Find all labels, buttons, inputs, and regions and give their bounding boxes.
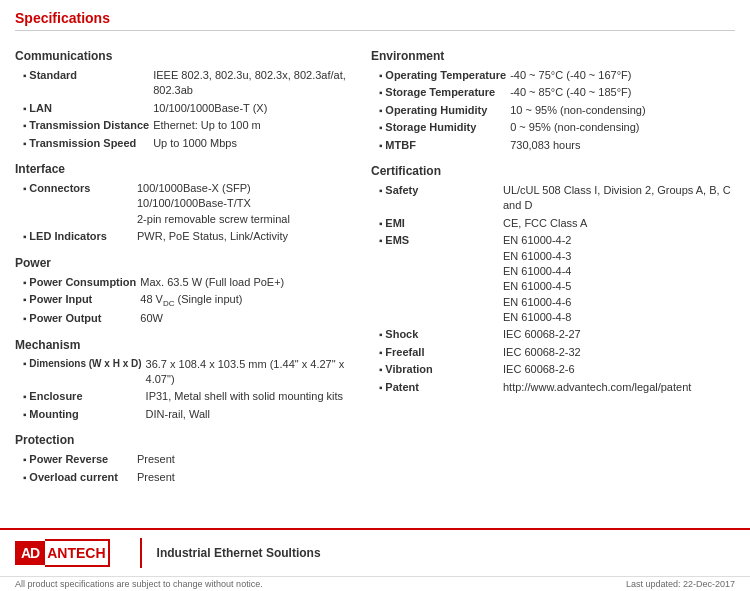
label-power-consumption: Power Consumption — [15, 274, 138, 291]
label-freefall: Freefall — [371, 344, 501, 361]
communications-table: Standard IEEE 802.3, 802.3u, 802.3x, 802… — [15, 67, 351, 152]
table-row: EMI CE, FCC Class A — [371, 215, 735, 232]
footer-updated: Last updated: 22-Dec-2017 — [626, 579, 735, 589]
footer-disclaimer: All product specifications are subject t… — [15, 579, 263, 589]
value-power-reverse: Present — [135, 451, 351, 468]
label-ems: EMS — [371, 232, 501, 326]
footer: ADANTECH Industrial Ethernet Soultions A… — [0, 528, 750, 591]
value-overload: Present — [135, 469, 351, 486]
label-shock: Shock — [371, 326, 501, 343]
value-connectors: 100/1000Base-X (SFP) 10/100/1000Base-T/T… — [135, 180, 351, 228]
table-row: Overload current Present — [15, 469, 351, 486]
left-column: Communications Standard IEEE 802.3, 802.… — [15, 39, 351, 486]
section-power: Power — [15, 256, 351, 270]
label-mtbf: MTBF — [371, 137, 508, 154]
label-power-output: Power Output — [15, 310, 138, 327]
value-standard: IEEE 802.3, 802.3u, 802.3x, 802.3af/at, … — [151, 67, 351, 100]
table-row: Enclosure IP31, Metal shell with solid m… — [15, 388, 351, 405]
value-led: PWR, PoE Status, Link/Activity — [135, 228, 351, 245]
table-row: Dimensions (W x H x D) 36.7 x 108.4 x 10… — [15, 356, 351, 389]
footer-upper: ADANTECH Industrial Ethernet Soultions — [0, 528, 750, 576]
value-op-humidity: 10 ~ 95% (non-condensing) — [508, 102, 735, 119]
table-row: Freefall IEC 60068-2-32 — [371, 344, 735, 361]
section-interface: Interface — [15, 162, 351, 176]
table-row: Shock IEC 60068-2-27 — [371, 326, 735, 343]
table-row: LED Indicators PWR, PoE Status, Link/Act… — [15, 228, 351, 245]
table-row: Power Reverse Present — [15, 451, 351, 468]
table-row: Operating Temperature -40 ~ 75°C (-40 ~ … — [371, 67, 735, 84]
table-row: LAN 10/100/1000Base-T (X) — [15, 100, 351, 117]
label-safety: Safety — [371, 182, 501, 215]
label-tx-speed: Transmission Speed — [15, 135, 151, 152]
value-shock: IEC 60068-2-27 — [501, 326, 735, 343]
section-environment: Environment — [371, 49, 735, 63]
table-row: EMS EN 61000-4-2 EN 61000-4-3 EN 61000-4… — [371, 232, 735, 326]
value-mtbf: 730,083 hours — [508, 137, 735, 154]
label-lan: LAN — [15, 100, 151, 117]
label-op-humidity: Operating Humidity — [371, 102, 508, 119]
table-row: Storage Humidity 0 ~ 95% (non-condensing… — [371, 119, 735, 136]
label-mounting: Mounting — [15, 406, 144, 423]
value-dimensions: 36.7 x 108.4 x 103.5 mm (1.44" x 4.27" x… — [144, 356, 351, 389]
footer-tagline: Industrial Ethernet Soultions — [157, 546, 735, 560]
protection-table: Power Reverse Present Overload current P… — [15, 451, 351, 486]
interface-table: Connectors 100/1000Base-X (SFP) 10/100/1… — [15, 180, 351, 246]
label-overload: Overload current — [15, 469, 135, 486]
table-row: Safety UL/cUL 508 Class I, Division 2, G… — [371, 182, 735, 215]
value-freefall: IEC 60068-2-32 — [501, 344, 735, 361]
label-connectors: Connectors — [15, 180, 135, 228]
table-row: Vibration IEC 60068-2-6 — [371, 361, 735, 378]
table-row: Mounting DIN-rail, Wall — [15, 406, 351, 423]
logo-vantech-part: ANTECH — [45, 539, 109, 567]
footer-lower: All product specifications are subject t… — [0, 576, 750, 591]
value-storage-temp: -40 ~ 85°C (-40 ~ 185°F) — [508, 84, 735, 101]
table-row: Storage Temperature -40 ~ 85°C (-40 ~ 18… — [371, 84, 735, 101]
section-certification: Certification — [371, 164, 735, 178]
table-row: MTBF 730,083 hours — [371, 137, 735, 154]
value-vibration: IEC 60068-2-6 — [501, 361, 735, 378]
value-emi: CE, FCC Class A — [501, 215, 735, 232]
certification-table: Safety UL/cUL 508 Class I, Division 2, G… — [371, 182, 735, 396]
label-standard: Standard — [15, 67, 151, 100]
label-enclosure: Enclosure — [15, 388, 144, 405]
label-patent: Patent — [371, 379, 501, 396]
label-dimensions: Dimensions (W x H x D) — [15, 356, 144, 389]
environment-table: Operating Temperature -40 ~ 75°C (-40 ~ … — [371, 67, 735, 154]
table-row: Power Input 48 VDC (Single input) — [15, 291, 351, 310]
table-row: Standard IEEE 802.3, 802.3u, 802.3x, 802… — [15, 67, 351, 100]
value-power-input: 48 VDC (Single input) — [138, 291, 351, 310]
label-led: LED Indicators — [15, 228, 135, 245]
page-title: Specifications — [15, 10, 735, 31]
label-power-input: Power Input — [15, 291, 138, 310]
value-mounting: DIN-rail, Wall — [144, 406, 351, 423]
power-table: Power Consumption Max. 63.5 W (Full load… — [15, 274, 351, 328]
footer-logo: ADANTECH — [15, 539, 110, 567]
logo-ad-part: AD — [15, 541, 45, 565]
label-storage-temp: Storage Temperature — [371, 84, 508, 101]
label-storage-humidity: Storage Humidity — [371, 119, 508, 136]
section-mechanism: Mechanism — [15, 338, 351, 352]
value-patent: http://www.advantech.com/legal/patent — [501, 379, 735, 396]
value-storage-humidity: 0 ~ 95% (non-condensing) — [508, 119, 735, 136]
table-row: Connectors 100/1000Base-X (SFP) 10/100/1… — [15, 180, 351, 228]
section-protection: Protection — [15, 433, 351, 447]
label-tx-distance: Transmission Distance — [15, 117, 151, 134]
label-op-temp: Operating Temperature — [371, 67, 508, 84]
label-power-reverse: Power Reverse — [15, 451, 135, 468]
section-communications: Communications — [15, 49, 351, 63]
mechanism-table: Dimensions (W x H x D) 36.7 x 108.4 x 10… — [15, 356, 351, 424]
table-row: Patent http://www.advantech.com/legal/pa… — [371, 379, 735, 396]
value-lan: 10/100/1000Base-T (X) — [151, 100, 351, 117]
value-power-output: 60W — [138, 310, 351, 327]
table-row: Transmission Distance Ethernet: Up to 10… — [15, 117, 351, 134]
label-emi: EMI — [371, 215, 501, 232]
value-power-consumption: Max. 63.5 W (Full load PoE+) — [138, 274, 351, 291]
table-row: Transmission Speed Up to 1000 Mbps — [15, 135, 351, 152]
value-enclosure: IP31, Metal shell with solid mounting ki… — [144, 388, 351, 405]
value-ems: EN 61000-4-2 EN 61000-4-3 EN 61000-4-4 E… — [501, 232, 735, 326]
table-row: Operating Humidity 10 ~ 95% (non-condens… — [371, 102, 735, 119]
value-tx-speed: Up to 1000 Mbps — [151, 135, 351, 152]
value-safety: UL/cUL 508 Class I, Division 2, Groups A… — [501, 182, 735, 215]
label-vibration: Vibration — [371, 361, 501, 378]
value-op-temp: -40 ~ 75°C (-40 ~ 167°F) — [508, 67, 735, 84]
